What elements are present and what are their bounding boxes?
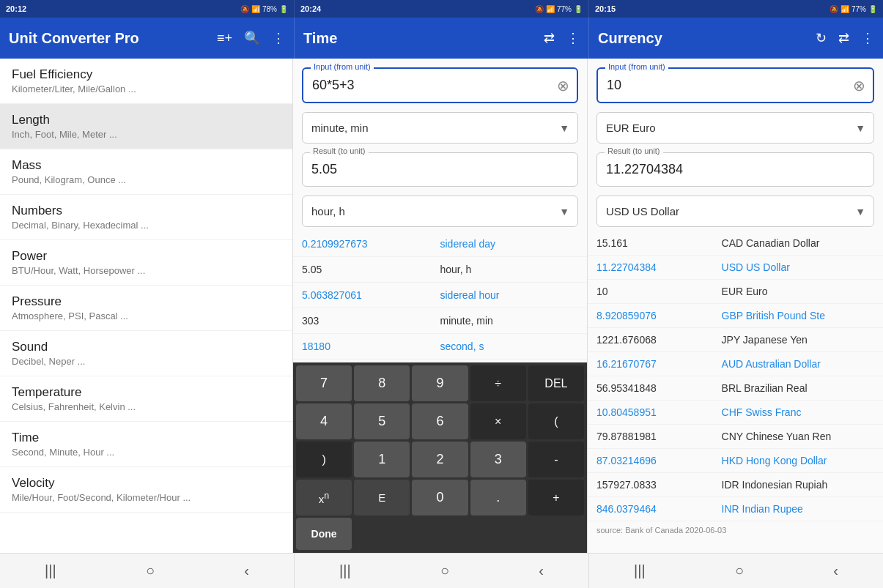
currency-result-section: Result (to unit) — [588, 148, 883, 191]
currency-input-section: Input (from unit) ⊗ — [588, 59, 883, 108]
numpad-dot[interactable]: . — [470, 480, 526, 516]
conversion-row-0[interactable]: 0.2109927673 sidereal day — [293, 231, 587, 257]
currency-row-5[interactable]: 16.21670767 AUD Australian Dollar — [588, 352, 883, 376]
swap-icon-time[interactable]: ⇄ — [544, 30, 555, 46]
currency-row-0[interactable]: 15.161 CAD Canadian Dollar — [588, 231, 883, 256]
currency-row-11[interactable]: 846.0379464 INR Indian Rupee — [588, 497, 883, 521]
list-item-temperature[interactable]: Temperature Celsius, Fahrenheit, Kelvin … — [0, 376, 292, 422]
numpad-1[interactable]: 1 — [354, 442, 410, 477]
currency-to-dropdown-wrapper: USD US Dollar ▼ — [596, 196, 874, 227]
time-clear-icon[interactable]: ⊗ — [557, 77, 569, 94]
numpad-3[interactable]: 3 — [470, 442, 526, 477]
list-item-pressure[interactable]: Pressure Atmosphere, PSI, Pascal ... — [0, 286, 292, 331]
numpad-9[interactable]: 9 — [412, 365, 468, 401]
add-list-icon[interactable]: ≡+ — [217, 31, 232, 46]
numpad-power[interactable]: xn — [296, 480, 352, 516]
list-item-mass[interactable]: Mass Pound, Kilogram, Ounce ... — [0, 149, 292, 195]
currency-row-1[interactable]: 11.22704384 USD US Dollar — [588, 256, 883, 280]
more-icon-1[interactable]: ⋮ — [272, 30, 285, 46]
currency-row-2[interactable]: 10 EUR Euro — [588, 280, 883, 304]
currency-from-unit-select[interactable]: EUR Euro — [596, 112, 874, 144]
currency-row-4[interactable]: 1221.676068 JPY Japanese Yen — [588, 328, 883, 352]
list-item-fuel[interactable]: Fuel Efficiency Kilometer/Liter, Mile/Ga… — [0, 59, 292, 104]
status-time-3: 20:15 — [595, 4, 616, 13]
currency-name: AUD Australian Dollar — [722, 358, 874, 370]
swap-icon-currency[interactable]: ⇄ — [838, 30, 849, 46]
conversion-unit: minute, min — [440, 315, 579, 327]
numpad-5[interactable]: 5 — [354, 403, 410, 439]
currency-value: 15.161 — [596, 237, 722, 249]
currency-row-8[interactable]: 79.87881981 CNY Chinese Yuan Ren — [588, 425, 883, 449]
currency-row-6[interactable]: 56.95341848 BRL Brazilian Real — [588, 376, 883, 401]
numpad-6[interactable]: 6 — [412, 403, 468, 439]
back-button-1[interactable]: ‹ — [232, 557, 261, 585]
home-button-3[interactable]: ○ — [723, 557, 755, 585]
refresh-icon[interactable]: ↻ — [816, 30, 827, 46]
currency-to-unit-select[interactable]: USD US Dollar — [596, 196, 874, 227]
numpad-minus[interactable]: - — [528, 442, 584, 477]
list-item-numbers[interactable]: Numbers Decimal, Binary, Hexadecimal ... — [0, 195, 292, 240]
time-to-unit-select[interactable]: hour, h — [302, 196, 578, 227]
numpad: 7 8 9 ÷ DEL 4 5 6 × ( ) 1 2 3 - xn E 0 .… — [293, 362, 587, 553]
currency-row-3[interactable]: 8.920859076 GBP British Pound Ste — [588, 304, 883, 328]
conversion-row-3[interactable]: 303 minute, min — [293, 308, 587, 334]
list-item-subtitle: Atmosphere, PSI, Pascal ... — [12, 310, 281, 321]
conversion-row-2[interactable]: 5.063827061 sidereal hour — [293, 283, 587, 308]
list-item-sound[interactable]: Sound Decibel, Neper ... — [0, 331, 292, 376]
currency-row-10[interactable]: 157927.0833 IDR Indonesian Rupiah — [588, 473, 883, 497]
recent-apps-button-1[interactable]: ||| — [33, 557, 68, 585]
numpad-plus[interactable]: + — [528, 480, 584, 516]
conversion-row-1[interactable]: 5.05 hour, h — [293, 257, 587, 283]
currency-input-field[interactable] — [598, 69, 873, 102]
home-button-1[interactable]: ○ — [134, 557, 166, 585]
currency-value: 56.95341848 — [596, 382, 722, 394]
list-item-time[interactable]: Time Second, Minute, Hour ... — [0, 422, 292, 467]
numpad-divide[interactable]: ÷ — [470, 365, 526, 401]
numpad-2[interactable]: 2 — [412, 442, 468, 477]
numpad-open-paren[interactable]: ( — [528, 403, 584, 439]
list-item-title: Time — [12, 431, 281, 445]
header-icons-1: ≡+ 🔍 ⋮ — [217, 30, 285, 46]
status-bar-1: 20:12 🔕 📶 78% 🔋 — [0, 0, 295, 18]
time-result-wrapper: Result (to unit) — [302, 152, 578, 187]
list-item-title: Fuel Efficiency — [12, 67, 281, 82]
search-icon[interactable]: 🔍 — [244, 30, 260, 46]
currency-value: 1221.676068 — [596, 334, 722, 346]
numpad-8[interactable]: 8 — [354, 365, 410, 401]
back-button-3[interactable]: ‹ — [821, 557, 850, 585]
numpad-del[interactable]: DEL — [528, 365, 584, 401]
list-item-length[interactable]: Length Inch, Foot, Mile, Meter ... — [0, 104, 292, 149]
time-input-field[interactable] — [303, 69, 577, 102]
currency-row-7[interactable]: 10.80458951 CHF Swiss Franc — [588, 401, 883, 425]
currency-clear-icon[interactable]: ⊗ — [853, 77, 865, 94]
currency-input-label: Input (from unit) — [605, 62, 668, 71]
list-item-title: Power — [12, 249, 281, 264]
more-icon-3[interactable]: ⋮ — [861, 30, 874, 46]
numpad-done[interactable]: Done — [296, 518, 352, 550]
list-item-title: Length — [12, 113, 281, 127]
unit-converter-panel: Fuel Efficiency Kilometer/Liter, Mile/Ga… — [0, 59, 293, 553]
list-item-power[interactable]: Power BTU/Hour, Watt, Horsepower ... — [0, 240, 292, 286]
currency-value: 87.03214696 — [596, 455, 722, 466]
numpad-7[interactable]: 7 — [296, 365, 352, 401]
numpad-close-paren[interactable]: ) — [296, 442, 352, 477]
numpad-multiply[interactable]: × — [470, 403, 526, 439]
recent-apps-button-3[interactable]: ||| — [622, 557, 657, 585]
currency-from-dropdown-wrapper: EUR Euro ▼ — [596, 112, 874, 144]
numpad-e[interactable]: E — [354, 480, 410, 516]
list-item-velocity[interactable]: Velocity Mile/Hour, Foot/Second, Kilomet… — [0, 467, 292, 513]
currency-name: CHF Swiss Franc — [722, 406, 874, 418]
currency-row-9[interactable]: 87.03214696 HKD Hong Kong Dollar — [588, 449, 883, 473]
time-from-unit-select[interactable]: minute, min — [302, 112, 578, 144]
home-button-2[interactable]: ○ — [429, 557, 461, 585]
bottom-nav-1: ||| ○ ‹ — [0, 554, 295, 588]
conversion-row-4[interactable]: 18180 second, s — [293, 334, 587, 360]
back-button-2[interactable]: ‹ — [527, 557, 555, 585]
currency-name: USD US Dollar — [722, 261, 874, 273]
more-icon-2[interactable]: ⋮ — [566, 30, 580, 46]
status-bar-2: 20:24 🔕 📶 77% 🔋 — [295, 0, 589, 18]
numpad-0[interactable]: 0 — [412, 480, 468, 516]
numpad-4[interactable]: 4 — [296, 403, 352, 439]
list-item-subtitle: Decibel, Neper ... — [12, 356, 281, 367]
recent-apps-button-2[interactable]: ||| — [328, 557, 363, 585]
